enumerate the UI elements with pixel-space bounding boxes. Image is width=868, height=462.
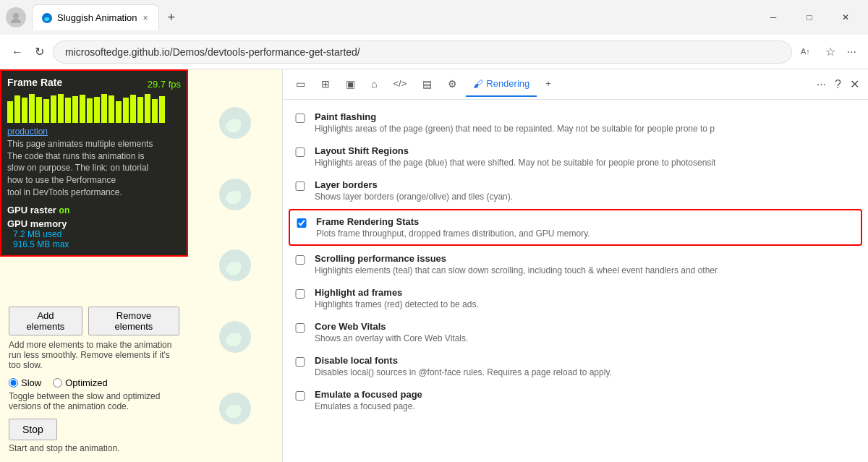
refresh-button[interactable]: ↻ xyxy=(32,42,47,61)
sources-icon: ▣ xyxy=(346,78,355,90)
controls-section: Add elements Remove elements Add more el… xyxy=(0,298,188,462)
title-emulate-focused-page: Emulate a focused page xyxy=(315,389,422,400)
text-core-web-vitals: Core Web VitalsShows an overlay with Cor… xyxy=(315,321,468,343)
rendering-content: Paint flashingHighlights areas of the pa… xyxy=(283,100,868,462)
address-bar: ← ↻ A↑ ☆ ··· xyxy=(0,35,868,69)
fps-bar xyxy=(58,94,64,123)
checkbox-layer-borders[interactable] xyxy=(294,181,306,191)
tab-sources[interactable]: ▣ xyxy=(339,72,362,97)
home-icon: ⌂ xyxy=(371,78,377,90)
fps-bar xyxy=(94,97,100,123)
address-input[interactable] xyxy=(53,40,792,64)
back-button[interactable]: ← xyxy=(9,43,26,61)
tab-elements[interactable]: ▭ xyxy=(289,72,312,97)
text-emulate-focused-page: Emulate a focused pageEmulates a focused… xyxy=(315,389,422,411)
tab-home[interactable]: ⌂ xyxy=(364,72,384,97)
slow-radio-label[interactable]: Slow xyxy=(9,377,41,388)
speed-toggle: Slow Optimized xyxy=(9,377,179,388)
fps-bar xyxy=(29,94,35,123)
read-aloud-button[interactable]: A↑ xyxy=(798,41,817,63)
checkbox-layout-shift[interactable] xyxy=(294,147,306,157)
fps-bar xyxy=(14,95,20,123)
devtools-close-button[interactable]: ✕ xyxy=(847,74,862,94)
fps-bar xyxy=(51,95,56,123)
tab-code[interactable]: </> xyxy=(386,72,414,96)
fps-bar xyxy=(36,97,42,123)
minimize-button[interactable]: ─ xyxy=(757,6,790,29)
rendering-item-paint-flashing: Paint flashingHighlights areas of the pa… xyxy=(283,106,868,140)
title-bar-left xyxy=(6,7,26,27)
active-tab[interactable]: Sluggish Animation × xyxy=(32,4,159,30)
text-disable-local-fonts: Disable local fontsDisables local() sour… xyxy=(315,355,612,377)
favorite-button[interactable]: ☆ xyxy=(822,42,838,61)
add-remove-hint: Add more elements to make the animation … xyxy=(9,340,179,370)
new-tab-button[interactable]: + xyxy=(162,7,182,28)
tab-rendering[interactable]: 🖌 Rendering xyxy=(466,72,537,97)
fps-bar xyxy=(65,98,71,123)
gpu-max-value: 916.5 MB max xyxy=(13,239,181,249)
tab-console[interactable]: ⊞ xyxy=(314,72,337,97)
tab-network[interactable]: ▤ xyxy=(415,72,439,97)
window-controls: ─ □ ✕ xyxy=(757,6,862,29)
desc-paint-flashing: Highlights areas of the page (green) tha… xyxy=(315,124,715,134)
svg-point-0 xyxy=(13,13,19,19)
page-link[interactable]: production xyxy=(7,127,48,137)
page-desc5: tool in DevTools performance. xyxy=(7,187,122,197)
fps-bar xyxy=(87,98,93,123)
title-paint-flashing: Paint flashing xyxy=(315,111,715,122)
tab-performance[interactable]: ⚙ xyxy=(441,72,464,97)
page-desc4: how to use the Performance xyxy=(7,175,116,185)
tab-add[interactable]: + xyxy=(538,72,558,96)
add-elements-button[interactable]: Add elements xyxy=(9,307,82,335)
devtools-more-button[interactable]: ··· xyxy=(814,74,829,94)
optimized-radio[interactable] xyxy=(53,378,62,388)
element-buttons: Add elements Remove elements xyxy=(9,307,179,335)
checkbox-core-web-vitals[interactable] xyxy=(294,323,306,333)
main-content: Frame Rate 29.7 fps production This page… xyxy=(0,69,868,462)
fps-bar xyxy=(137,97,143,123)
checkbox-paint-flashing[interactable] xyxy=(294,114,306,123)
page-desc3: slow on purpose. The link: on tutorial xyxy=(7,163,148,173)
tab-bar: Sluggish Animation × + xyxy=(32,4,751,30)
checkbox-emulate-focused-page[interactable] xyxy=(294,391,306,401)
add-tab-icon: + xyxy=(545,78,551,89)
optimized-radio-label[interactable]: Optimized xyxy=(53,377,108,388)
fps-bar xyxy=(159,96,165,123)
page-desc2: The code that runs this animation is xyxy=(7,151,144,161)
more-button[interactable]: ··· xyxy=(844,43,859,61)
checkbox-disable-local-fonts[interactable] xyxy=(294,357,306,367)
devtools-help-button[interactable]: ? xyxy=(832,74,844,94)
checkbox-frame-rendering-stats[interactable] xyxy=(296,218,307,228)
tab-title: Sluggish Animation xyxy=(57,12,137,23)
console-icon: ⊞ xyxy=(321,78,330,90)
desc-disable-local-fonts: Disables local() sources in @font-face r… xyxy=(315,367,612,377)
checkbox-scrolling-performance[interactable] xyxy=(294,255,306,265)
rendering-item-emulate-focused-page: Emulate a focused pageEmulates a focused… xyxy=(283,383,868,417)
fps-bar xyxy=(72,96,78,123)
tab-close-button[interactable]: × xyxy=(142,12,150,25)
avatar[interactable] xyxy=(6,7,26,27)
restore-button[interactable]: □ xyxy=(793,6,826,29)
page-content: Frame Rate 29.7 fps production This page… xyxy=(0,69,282,462)
devtools-panel: ▭ ⊞ ▣ ⌂ </> ▤ ⚙ 🖌 Rendering xyxy=(282,69,868,462)
devtools-tabs: ▭ ⊞ ▣ ⌂ </> ▤ ⚙ 🖌 Rendering xyxy=(283,69,868,100)
fps-bar xyxy=(101,94,107,123)
address-icons: A↑ ☆ ··· xyxy=(798,41,859,63)
remove-elements-button[interactable]: Remove elements xyxy=(88,307,179,335)
text-layout-shift: Layout Shift RegionsHighlights areas of … xyxy=(315,145,715,168)
background-logos xyxy=(188,69,282,462)
fps-bar xyxy=(152,99,158,123)
svg-text:A↑: A↑ xyxy=(801,47,810,56)
rendering-item-layer-borders: Layer bordersShows layer borders (orange… xyxy=(283,174,868,208)
stop-button[interactable]: Stop xyxy=(9,419,57,440)
fps-bar xyxy=(7,101,13,123)
rendering-item-highlight-ad-frames: Highlight ad framesHighlights frames (re… xyxy=(283,281,868,315)
checkbox-highlight-ad-frames[interactable] xyxy=(294,289,306,299)
desc-scrolling-performance: Highlights elements (teal) that can slow… xyxy=(315,265,718,275)
rendering-item-core-web-vitals: Core Web VitalsShows an overlay with Cor… xyxy=(283,315,868,349)
close-button[interactable]: ✕ xyxy=(829,6,862,29)
title-frame-rendering-stats: Frame Rendering Stats xyxy=(316,216,590,227)
rendering-item-frame-rendering-stats: Frame Rendering StatsPlots frame through… xyxy=(289,209,862,246)
slow-radio[interactable] xyxy=(9,378,18,388)
desc-layer-borders: Shows layer borders (orange/olive) and t… xyxy=(315,192,513,202)
